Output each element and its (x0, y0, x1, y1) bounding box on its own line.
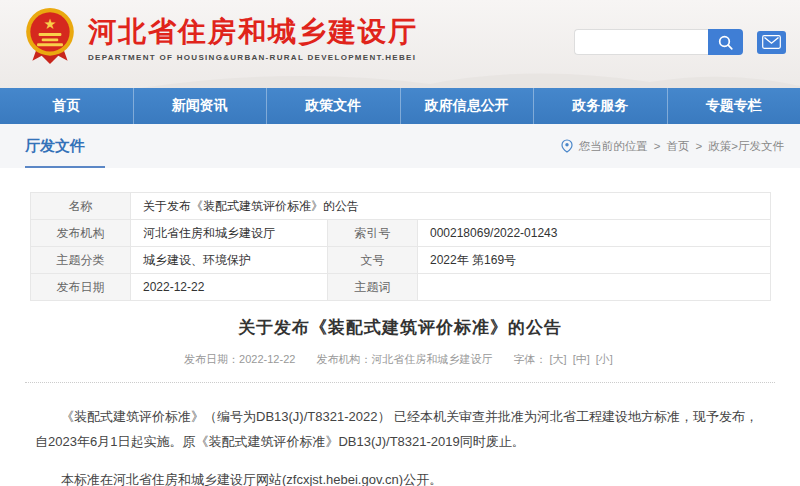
field-label-name: 名称 (31, 193, 131, 220)
svg-text:★: ★ (44, 16, 57, 32)
article-paragraph: 本标准在河北省住房和城乡建设厅网站(zfcxjst.hebei.gov.cn)公… (35, 467, 765, 486)
breadcrumb-separator: > (654, 140, 661, 152)
nav-item-gov-service[interactable]: 政务服务 (533, 88, 667, 124)
field-value-category: 城乡建设、环境保护 (131, 247, 328, 274)
article-body: 《装配式建筑评价标准》（编号为DB13(J)/T8321-2022） 已经本机关… (35, 404, 765, 486)
breadcrumb: 您当前的位置 > 首页 > 政策>厅发文件 (555, 139, 784, 154)
font-size-group: 字体：[大][中][小] (514, 353, 616, 365)
breadcrumb-location-label: 您当前的位置 (579, 139, 648, 154)
breadcrumb-item-home[interactable]: 首页 (667, 139, 690, 154)
document-content: 名称 关于发布《装配式建筑评价标准》的公告 发布机构 河北省住房和城乡建设厅 索… (0, 168, 800, 486)
nav-item-policy[interactable]: 政策文件 (266, 88, 400, 124)
breadcrumb-bar: 厅发文件 您当前的位置 > 首页 > 政策>厅发文件 (0, 124, 800, 168)
mail-icon (762, 35, 781, 49)
main-nav: 首页 新闻资讯 政策文件 政府信息公开 政务服务 专题专栏 (0, 88, 800, 124)
publish-date-value: 2022-12-22 (239, 353, 295, 365)
nav-item-home[interactable]: 首页 (0, 88, 133, 124)
search-icon (717, 34, 734, 51)
breadcrumb-item-current[interactable]: 政策>厅发文件 (708, 139, 784, 154)
section-title-underline (25, 166, 105, 168)
table-row: 名称 关于发布《装配式建筑评价标准》的公告 (31, 193, 771, 220)
table-row: 发布机构 河北省住房和城乡建设厅 索引号 000218069/2022-0124… (31, 220, 771, 247)
search-box (574, 29, 743, 55)
mail-button[interactable] (757, 31, 786, 54)
nav-item-gov-info[interactable]: 政府信息公开 (400, 88, 534, 124)
publish-org-label: 发布机构： (316, 353, 371, 365)
article-paragraph: 《装配式建筑评价标准》（编号为DB13(J)/T8321-2022） 已经本机关… (35, 404, 765, 455)
site-subtitle: DEPARTMENT OF HOUSING&URBAN-RURAL DEVELO… (88, 53, 418, 62)
breadcrumb-separator: > (696, 140, 703, 152)
field-label-pubdate: 发布日期 (31, 274, 131, 301)
search-button[interactable] (708, 29, 743, 55)
national-emblem-icon: ★ (24, 7, 76, 65)
table-row: 发布日期 2022-12-22 主题词 (31, 274, 771, 301)
article-meta: 发布日期：2022-12-22 发布机构：河北省住房和城乡建设厅 字体：[大][… (0, 352, 800, 367)
field-value-keywords (418, 274, 771, 301)
field-label-issuer: 发布机构 (31, 220, 131, 247)
field-value-name: 关于发布《装配式建筑评价标准》的公告 (131, 193, 771, 220)
publish-org-value: 河北省住房和城乡建设厅 (371, 353, 492, 365)
dotted-divider (25, 382, 775, 383)
field-label-category: 主题分类 (31, 247, 131, 274)
field-label-index: 索引号 (328, 220, 418, 247)
nav-item-news[interactable]: 新闻资讯 (133, 88, 267, 124)
publish-date-group: 发布日期：2022-12-22 (184, 353, 295, 365)
site-title-block: 河北省住房和城乡建设厅 DEPARTMENT OF HOUSING&URBAN-… (88, 17, 418, 62)
nav-item-topics[interactable]: 专题专栏 (667, 88, 800, 124)
publish-org-group: 发布机构：河北省住房和城乡建设厅 (316, 353, 492, 365)
site-header: ★ 河北省住房和城乡建设厅 DEPARTMENT OF HOUSING&URBA… (0, 0, 800, 88)
field-value-docno: 2022年 第169号 (418, 247, 771, 274)
location-pin-icon (561, 139, 573, 153)
table-row: 主题分类 城乡建设、环境保护 文号 2022年 第169号 (31, 247, 771, 274)
section-title: 厅发文件 (25, 137, 85, 156)
font-size-label: 字体： (514, 353, 547, 365)
publish-date-label: 发布日期： (184, 353, 239, 365)
site-title: 河北省住房和城乡建设厅 (88, 17, 418, 48)
field-label-keywords: 主题词 (328, 274, 418, 301)
mountain-watermark (0, 62, 800, 88)
page: { "header": { "title": "河北省住房和城乡建设厅", "s… (0, 0, 800, 486)
font-size-medium-button[interactable]: [中] (573, 353, 590, 365)
font-size-large-button[interactable]: [大] (550, 353, 567, 365)
field-value-issuer: 河北省住房和城乡建设厅 (131, 220, 328, 247)
font-size-small-button[interactable]: [小] (596, 353, 613, 365)
field-value-pubdate: 2022-12-22 (131, 274, 328, 301)
article-title: 关于发布《装配式建筑评价标准》的公告 (0, 316, 800, 339)
header-search-area (574, 29, 786, 55)
document-info-table: 名称 关于发布《装配式建筑评价标准》的公告 发布机构 河北省住房和城乡建设厅 索… (30, 192, 771, 301)
search-input[interactable] (574, 29, 708, 55)
field-value-index: 000218069/2022-01243 (418, 220, 771, 247)
field-label-docno: 文号 (328, 247, 418, 274)
